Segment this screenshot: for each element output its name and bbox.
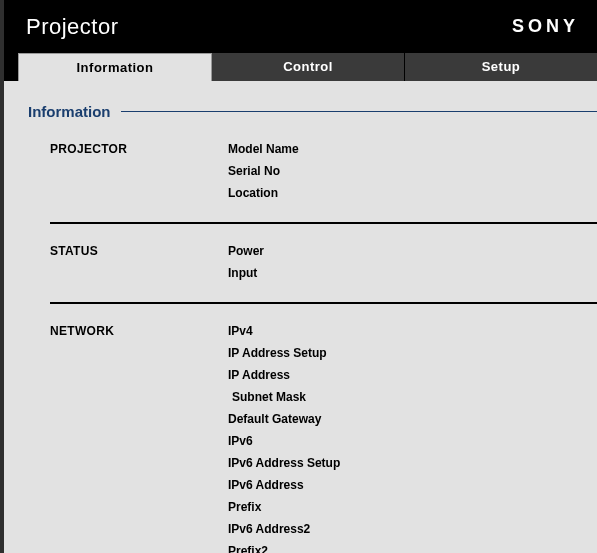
tab-information[interactable]: Information [18,53,212,81]
field-ipv6-address2: IPv6 Address2 [228,520,340,538]
field-power: Power [228,242,264,260]
field-ipv6: IPv6 [228,432,340,450]
group-status: STATUS Power Input [50,242,597,296]
group-projector: PROJECTOR Model Name Serial No Location [50,140,597,216]
field-ipv4: IPv4 [228,322,340,340]
group-values-status: Power Input [228,242,264,282]
field-input: Input [228,264,264,282]
group-label-network: NETWORK [50,322,228,553]
section-header: Information [28,103,597,120]
field-ip-address: IP Address [228,366,340,384]
group-network: NETWORK IPv4 IP Address Setup IP Address… [50,322,597,553]
section-title: Information [28,103,121,120]
group-label-projector: PROJECTOR [50,140,228,202]
header-bar: Projector SONY [4,0,597,53]
field-ipv6-address-setup: IPv6 Address Setup [228,454,340,472]
tab-bar: Information Control Setup [4,53,597,81]
info-block: PROJECTOR Model Name Serial No Location … [28,140,597,553]
tab-control[interactable]: Control [212,53,405,81]
divider [50,302,597,304]
content-area: Information PROJECTOR Model Name Serial … [4,81,597,553]
field-serial-no: Serial No [228,162,299,180]
field-ip-address-setup: IP Address Setup [228,344,340,362]
group-values-projector: Model Name Serial No Location [228,140,299,202]
app-title: Projector [26,14,119,40]
field-location: Location [228,184,299,202]
field-ipv6-address: IPv6 Address [228,476,340,494]
divider [50,222,597,224]
section-title-rule [121,111,598,112]
field-prefix2: Prefix2 [228,542,340,553]
group-values-network: IPv4 IP Address Setup IP Address Subnet … [228,322,340,553]
field-default-gateway: Default Gateway [228,410,340,428]
field-subnet-mask: Subnet Mask [228,388,340,406]
tab-setup[interactable]: Setup [405,53,597,81]
group-label-status: STATUS [50,242,228,282]
field-model-name: Model Name [228,140,299,158]
brand-logo: SONY [512,16,579,37]
field-prefix: Prefix [228,498,340,516]
